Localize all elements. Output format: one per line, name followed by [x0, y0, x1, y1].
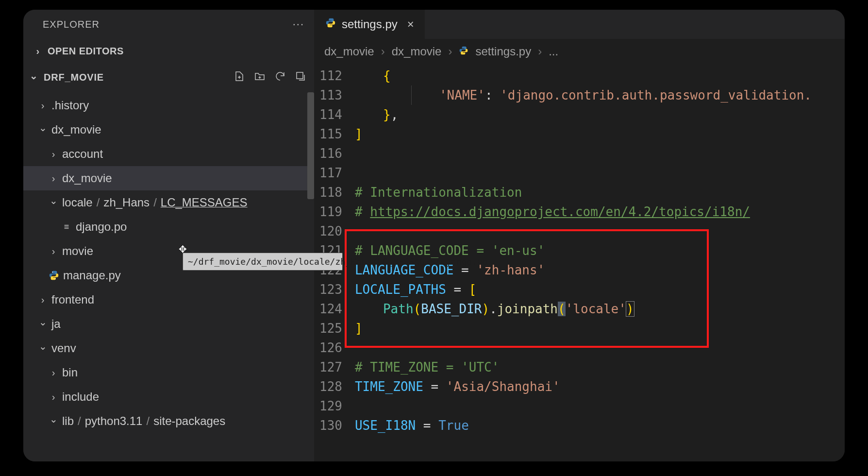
- tree-folder-lib[interactable]: lib / python3.11 / site-packages: [23, 409, 314, 433]
- open-editors-section[interactable]: OPEN EDITORS: [23, 39, 314, 64]
- chevron-right-icon: [49, 246, 58, 257]
- tab-settings-py[interactable]: settings.py ×: [315, 10, 425, 39]
- chevron-right-icon: ›: [538, 45, 542, 58]
- chevron-right-icon: [33, 46, 43, 57]
- tree-label: movie: [62, 244, 93, 258]
- chevron-right-icon: [49, 149, 58, 160]
- path-sep: /: [146, 414, 150, 428]
- breadcrumb-item[interactable]: dx_movie: [324, 45, 374, 58]
- tree-label: site-packages: [153, 414, 225, 428]
- chevron-right-icon: [49, 367, 58, 378]
- tree-label: zh_Hans: [103, 196, 150, 209]
- tree-label: include: [62, 390, 99, 404]
- more-icon[interactable]: ···: [293, 18, 304, 31]
- workspace-name: DRF_MOVIE: [44, 72, 104, 83]
- chevron-right-icon: [49, 173, 58, 184]
- vscode-window: EXPLORER ··· OPEN EDITORS DRF_MOVIE .his…: [23, 10, 845, 461]
- chevron-right-icon: [38, 294, 48, 306]
- tree-label: python3.11: [85, 414, 143, 428]
- tree-label: frontend: [51, 293, 94, 306]
- python-file-icon: [325, 17, 336, 31]
- tree-folder-ja[interactable]: ja: [23, 312, 314, 336]
- tree-label: django.po: [76, 220, 127, 234]
- python-file-icon: [49, 270, 59, 281]
- chevron-down-icon: [49, 197, 58, 208]
- breadcrumb-item[interactable]: dx_movie: [392, 45, 442, 58]
- chevron-right-icon: ›: [381, 45, 385, 58]
- chevron-down-icon: [29, 72, 39, 84]
- tree-folder-frontend[interactable]: frontend: [23, 288, 314, 312]
- tree-label: dx_movie: [62, 171, 112, 185]
- tree-label: account: [62, 147, 103, 161]
- tree-label: locale: [62, 196, 93, 209]
- tree-label: ja: [51, 317, 61, 331]
- refresh-icon[interactable]: [274, 70, 286, 85]
- collapse-all-icon[interactable]: [295, 70, 306, 85]
- tree-label: dx_movie: [51, 123, 101, 136]
- svg-point-2: [55, 278, 56, 279]
- new-folder-icon[interactable]: [254, 70, 266, 85]
- chevron-down-icon: [38, 318, 48, 330]
- chevron-right-icon: [38, 100, 48, 111]
- tree-label: .history: [51, 99, 89, 112]
- chevron-down-icon: [38, 342, 48, 354]
- tree-label: LC_MESSAGES: [161, 196, 248, 209]
- tree-label: venv: [51, 341, 76, 355]
- close-tab-icon[interactable]: ×: [407, 17, 414, 31]
- tree-folder-venv[interactable]: venv: [23, 336, 314, 360]
- path-sep: /: [78, 414, 81, 428]
- workspace-header[interactable]: DRF_MOVIE: [23, 64, 314, 91]
- breadcrumb-item[interactable]: settings.py: [475, 45, 531, 58]
- chevron-right-icon: ›: [448, 45, 452, 58]
- tree-folder-dx-movie[interactable]: dx_movie: [23, 118, 314, 142]
- breadcrumb-item[interactable]: ...: [549, 45, 558, 58]
- path-sep: /: [153, 196, 157, 209]
- breadcrumbs[interactable]: dx_movie › dx_movie › settings.py › ...: [315, 39, 845, 64]
- tree-folder-bin[interactable]: bin: [23, 360, 314, 385]
- explorer-header: EXPLORER ···: [23, 10, 314, 39]
- svg-point-1: [52, 272, 53, 272]
- tree-folder-history[interactable]: .history: [23, 93, 314, 118]
- editor-tabs: settings.py ×: [315, 10, 845, 39]
- tree-label: lib: [62, 414, 74, 428]
- tree-label: bin: [62, 366, 78, 379]
- python-file-icon: [459, 45, 468, 58]
- tab-label: settings.py: [342, 17, 398, 31]
- open-editors-label: OPEN EDITORS: [48, 46, 124, 57]
- file-path-tooltip: ~/drf_movie/dx_movie/locale/zh_Hans/LC_M…: [183, 253, 343, 271]
- tree-folder-locale[interactable]: locale / zh_Hans / LC_MESSAGES: [23, 190, 314, 215]
- tree-label: manage.py: [63, 269, 121, 282]
- explorer-title: EXPLORER: [43, 19, 100, 30]
- tree-file-django-po[interactable]: ≡ django.po: [23, 215, 314, 239]
- path-sep: /: [97, 196, 100, 209]
- tree-folder-include[interactable]: include: [23, 385, 314, 409]
- svg-rect-0: [297, 72, 303, 79]
- chevron-down-icon: [38, 124, 48, 136]
- explorer-sidebar: EXPLORER ··· OPEN EDITORS DRF_MOVIE .his…: [23, 10, 315, 461]
- tree-folder-dx-movie-inner[interactable]: dx_movie: [23, 166, 314, 190]
- explorer-actions: [234, 70, 306, 85]
- new-file-icon[interactable]: [234, 70, 245, 85]
- chevron-right-icon: [49, 391, 58, 403]
- chevron-down-icon: [49, 415, 58, 427]
- editor-area: settings.py × dx_movie › dx_movie › sett…: [315, 10, 845, 461]
- po-file-icon: ≡: [61, 222, 72, 232]
- tree-scrollbar[interactable]: [307, 92, 314, 199]
- tree-folder-account[interactable]: account: [23, 142, 314, 166]
